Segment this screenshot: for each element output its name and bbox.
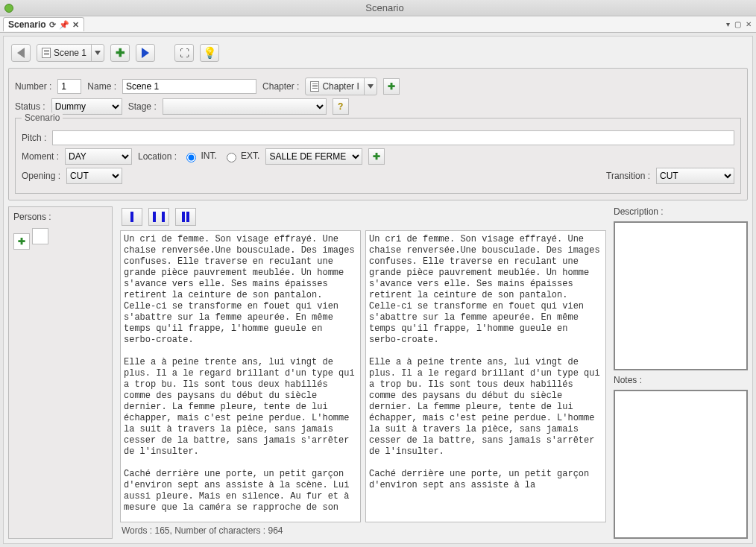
back-button[interactable] [11, 44, 31, 62]
column-icon [186, 212, 189, 222]
description-box[interactable] [614, 221, 748, 370]
description-label: Description : [614, 206, 748, 217]
column-icon [162, 212, 165, 222]
stage-label: Stage : [128, 101, 157, 112]
moment-label: Moment : [22, 151, 59, 162]
transition-label: Transition : [606, 171, 650, 181]
pin-icon[interactable]: 📌 [59, 20, 69, 30]
pitch-label: Pitch : [22, 133, 46, 143]
editor-left[interactable]: Un cri de femme. Son visage effrayé. Une… [120, 230, 361, 522]
ext-radio[interactable] [227, 153, 236, 162]
add-chapter-button[interactable]: ✚ [383, 78, 400, 95]
status-bar: Words : 165, Number of characters : 964 [120, 522, 606, 539]
titlebar: Scenario [0, 0, 756, 16]
notes-box[interactable] [614, 390, 748, 539]
scene-selector-value: Scene 1 [54, 48, 86, 58]
notes-label: Notes : [614, 375, 748, 385]
pitch-input[interactable] [52, 130, 734, 145]
add-scene-button[interactable]: ✚ [110, 44, 130, 62]
window-title: Scenario [18, 2, 752, 13]
bulb-icon: 💡 [203, 46, 217, 60]
number-label: Number : [15, 81, 51, 92]
page-icon [310, 81, 319, 92]
two-column-button[interactable] [148, 208, 169, 226]
fullscreen-icon: ⛶ [180, 48, 189, 59]
chapter-select[interactable]: Chapter I [305, 78, 377, 95]
int-radio-label[interactable]: INT. [183, 151, 217, 162]
column-toolbar [120, 206, 606, 227]
main-toolbar: Scene 1 ✚ ⛶ 💡 [8, 41, 748, 65]
add-person-button[interactable]: ✚ [13, 233, 30, 250]
editor-area: Un cri de femme. Son visage effrayé. Une… [120, 206, 606, 539]
add-location-button[interactable]: ✚ [368, 148, 385, 165]
persons-label: Persons : [13, 212, 107, 222]
persons-panel: Persons : ✚ [8, 206, 113, 539]
plus-icon: ✚ [116, 46, 125, 60]
name-input[interactable] [122, 79, 256, 94]
tab-label: Scenario [8, 19, 46, 30]
opening-label: Opening : [22, 171, 60, 181]
transition-select[interactable]: CUT [656, 168, 734, 184]
status-label: Status : [15, 101, 45, 112]
scenario-fieldset: Scenario Pitch : Moment : DAY Location :… [15, 118, 741, 194]
three-column-button[interactable] [175, 208, 196, 226]
name-label: Name : [87, 81, 116, 92]
person-button[interactable] [32, 228, 48, 244]
refresh-icon[interactable]: ⟳ [49, 20, 56, 30]
minimize-icon[interactable]: ▾ [726, 20, 730, 28]
arrow-left-icon [17, 48, 25, 58]
opening-select[interactable]: CUT [66, 168, 122, 184]
chapter-label: Chapter : [262, 81, 299, 92]
chevron-down-icon [368, 84, 374, 89]
scene-selector[interactable]: Scene 1 [37, 44, 104, 62]
moment-select[interactable]: DAY [65, 148, 132, 165]
scenario-legend: Scenario [22, 113, 63, 123]
column-icon [153, 212, 156, 222]
tab-scenario[interactable]: Scenario ⟳ 📌 ✕ [3, 17, 84, 31]
close-pane-icon[interactable]: ✕ [746, 20, 752, 28]
location-label: Location : [138, 151, 177, 162]
location-select[interactable]: SALLE DE FERME [265, 148, 362, 165]
scene-selector-caret[interactable] [91, 45, 104, 61]
ext-radio-label[interactable]: EXT. [223, 151, 260, 162]
idea-button[interactable]: 💡 [200, 44, 219, 62]
fullscreen-button[interactable]: ⛶ [174, 44, 194, 62]
single-column-button[interactable] [122, 208, 142, 226]
close-tab-icon[interactable]: ✕ [72, 20, 79, 30]
play-button[interactable] [136, 44, 155, 62]
int-radio[interactable] [186, 153, 196, 162]
window-close-icon[interactable] [4, 4, 13, 13]
page-icon [42, 48, 51, 58]
column-icon [182, 212, 185, 222]
chapter-value: Chapter I [322, 81, 359, 92]
tab-dock-controls: ▾ ▢ ✕ [726, 20, 756, 28]
play-icon [142, 48, 149, 58]
number-input[interactable] [57, 79, 81, 94]
help-button[interactable]: ? [333, 98, 349, 115]
stage-select[interactable] [163, 98, 327, 115]
column-icon [130, 212, 133, 222]
maximize-icon[interactable]: ▢ [734, 20, 741, 28]
editor-right[interactable]: Un cri de femme. Son visage effrayé. Une… [365, 230, 606, 522]
right-panel: Description : Notes : [614, 206, 748, 539]
tab-bar: Scenario ⟳ 📌 ✕ ▾ ▢ ✕ [0, 16, 756, 33]
properties-panel: Number : Name : Chapter : Chapter I ✚ St… [8, 68, 748, 200]
